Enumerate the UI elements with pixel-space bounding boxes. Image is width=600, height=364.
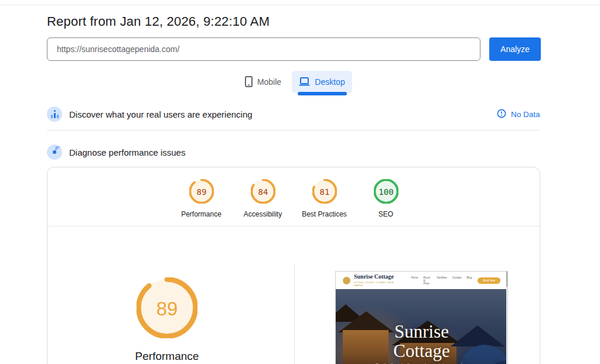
svg-text:81: 81 bbox=[319, 187, 329, 197]
score-gauge-performance[interactable]: 89 Performance bbox=[171, 179, 232, 218]
diagnose-icon bbox=[47, 145, 62, 160]
section-divider bbox=[47, 130, 540, 131]
diagnose-section-label: Diagnose performance issues bbox=[69, 147, 185, 157]
preview-hero-title: Sunrise Cottage bbox=[336, 322, 507, 360]
header-divider bbox=[0, 5, 600, 5]
preview-nav: Home Room & Price Facilities Contact Blo… bbox=[411, 276, 472, 285]
preview-cta-button: Book Now bbox=[478, 277, 500, 284]
score-label: Best Practices bbox=[302, 210, 347, 218]
selected-tab-indicator bbox=[298, 92, 347, 95]
preview-site-logo bbox=[343, 277, 350, 284]
preview-scrollbar bbox=[506, 272, 507, 364]
page-title: Report from Jan 12, 2026, 9:22:10 AM bbox=[47, 14, 270, 29]
tab-mobile[interactable]: Mobile bbox=[236, 71, 291, 92]
preview-nav-item: Room & Price bbox=[424, 276, 432, 285]
svg-text:100: 100 bbox=[379, 187, 393, 197]
preview-nav-item: Contact bbox=[452, 276, 462, 285]
featured-performance-label: Performance bbox=[47, 350, 287, 363]
score-label: Accessibility bbox=[244, 210, 282, 218]
report-card: 89 Performance 84 Accessibility 81 Best … bbox=[47, 167, 540, 364]
preview-site-header: Sunrise Cottage ULTRA LUXURY OCEAN VIEW … bbox=[336, 272, 507, 289]
tab-desktop-label: Desktop bbox=[315, 77, 345, 87]
preview-nav-item: Facilities bbox=[437, 276, 447, 285]
vertical-divider bbox=[294, 264, 295, 364]
preview-brand: Sunrise Cottage bbox=[354, 274, 398, 280]
score-gauge-accessibility[interactable]: 84 Accessibility bbox=[232, 179, 294, 218]
score-gauge-best-practices[interactable]: 81 Best Practices bbox=[294, 179, 355, 218]
svg-text:89: 89 bbox=[196, 187, 206, 197]
info-icon bbox=[497, 109, 506, 120]
site-preview-thumbnail[interactable]: Sunrise Cottage ULTRA LUXURY OCEAN VIEW … bbox=[335, 271, 508, 364]
score-label: SEO bbox=[379, 210, 393, 218]
card-divider bbox=[47, 226, 540, 226]
discover-section-label: Discover what your real users are experi… bbox=[69, 109, 253, 119]
url-input[interactable] bbox=[47, 37, 480, 61]
tab-mobile-label: Mobile bbox=[257, 77, 281, 87]
featured-performance-gauge[interactable]: 89 bbox=[137, 277, 197, 338]
preview-hero-image: Sunrise Cottage Destinations to discover… bbox=[336, 289, 507, 364]
phone-icon bbox=[245, 76, 253, 87]
analyze-button[interactable]: Analyze bbox=[489, 37, 541, 61]
no-data-label: No Data bbox=[511, 110, 540, 119]
svg-text:84: 84 bbox=[258, 187, 268, 197]
tab-desktop[interactable]: Desktop bbox=[292, 71, 352, 92]
laptop-icon bbox=[299, 77, 310, 86]
preview-nav-item: Blog bbox=[466, 276, 472, 285]
svg-text:89: 89 bbox=[156, 298, 178, 320]
preview-brand-tagline: ULTRA LUXURY OCEAN VIEW HAVEN bbox=[354, 281, 398, 287]
score-gauge-seo[interactable]: 100 SEO bbox=[355, 179, 417, 218]
score-label: Performance bbox=[181, 210, 221, 218]
score-summary-row: 89 Performance 84 Accessibility 81 Best … bbox=[47, 179, 540, 218]
no-data-button[interactable]: No Data bbox=[497, 109, 540, 120]
preview-nav-item: Home bbox=[411, 276, 418, 285]
field-data-icon bbox=[47, 107, 62, 122]
